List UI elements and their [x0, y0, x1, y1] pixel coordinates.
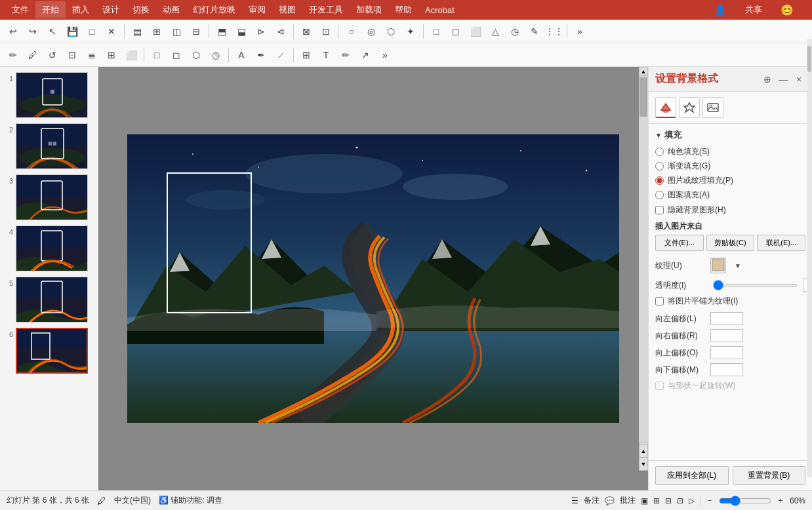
tb-btn-8[interactable]: ⊲ [272, 22, 290, 41]
tb-btn-16[interactable]: ◻ [447, 22, 465, 41]
comments-button[interactable]: 批注 [620, 495, 636, 506]
tile-option[interactable]: 将图片平铺为纹理(I) [655, 296, 805, 307]
slide-thumb-1[interactable]: 1 ▦ [4, 72, 94, 118]
tb-btn-1[interactable]: ▤ [128, 22, 146, 41]
tb-btn-11[interactable]: ○ [342, 22, 361, 41]
apply-all-button[interactable]: 应用到全部(L) [655, 466, 729, 485]
zoom-level[interactable]: 60% [790, 496, 805, 505]
rotate-with-shape-option[interactable]: 与形状一起旋转(W) [655, 380, 805, 391]
tb2-btn-16[interactable]: T [317, 46, 335, 64]
slide-thumb-3[interactable]: 3 [4, 174, 94, 220]
tile-checkbox[interactable] [655, 297, 664, 305]
tb-btn-17[interactable]: ⬜ [466, 22, 485, 41]
panel-scrollbar[interactable] [807, 39, 812, 477]
tb-btn-5[interactable]: ⬒ [213, 22, 231, 41]
texture-picker-button[interactable] [710, 258, 726, 273]
slide-image-1[interactable]: ▦ [16, 72, 88, 118]
hide-bg-checkbox[interactable] [655, 206, 664, 214]
offset-left-input[interactable]: 0% [710, 312, 743, 325]
tb2-btn-4[interactable]: ⊡ [63, 46, 81, 64]
selection-box[interactable] [167, 172, 252, 313]
solid-fill-radio[interactable] [655, 147, 664, 156]
menu-dev[interactable]: 开发工具 [302, 1, 350, 18]
panel-minimize-button[interactable]: — [777, 73, 790, 86]
offset-right-input[interactable]: 0% [710, 329, 743, 342]
panel-pin-button[interactable]: ⊕ [761, 73, 774, 86]
scroll-thumb[interactable] [639, 77, 647, 117]
offset-up-input[interactable]: 0% [710, 346, 743, 359]
slide-image-6[interactable] [16, 328, 88, 374]
tb-btn-13[interactable]: ⬡ [382, 22, 400, 41]
tb2-btn-11[interactable]: ◷ [207, 46, 225, 64]
picture-fill-radio[interactable] [655, 176, 664, 185]
menu-design[interactable]: 设计 [96, 1, 126, 18]
tb2-btn-12[interactable]: A [232, 46, 251, 64]
tb-btn-10[interactable]: ⊡ [317, 22, 335, 41]
tb2-btn-7[interactable]: ⬜ [122, 46, 140, 64]
slide-image-2[interactable]: ▦▦ [16, 123, 88, 169]
texture-dropdown-button[interactable]: ▼ [729, 256, 747, 275]
menu-review[interactable]: 审阅 [242, 1, 272, 18]
menu-addins[interactable]: 加载项 [350, 1, 388, 18]
more2-button[interactable]: » [376, 46, 394, 64]
pattern-fill-radio[interactable] [655, 191, 664, 199]
online-button[interactable]: 联机(E)... [757, 235, 805, 251]
picture-fill-option[interactable]: 图片或纹理填充(P) [655, 175, 805, 186]
image-icon-button[interactable] [702, 97, 723, 118]
accessibility-indicator[interactable]: ♿ 辅助功能: 调查 [159, 495, 222, 506]
slide-image-4[interactable] [16, 226, 88, 271]
offset-down-input[interactable]: 0% [710, 363, 743, 376]
share-button[interactable]: 共享 [739, 1, 769, 18]
slide-thumb-2[interactable]: 2 ▦▦ [4, 123, 94, 169]
pattern-fill-option[interactable]: 图案填充(A) [655, 189, 805, 201]
view-reading-button[interactable]: ⊡ [677, 496, 683, 505]
notes-button[interactable]: 备注 [584, 495, 599, 506]
tb-btn-21[interactable]: ⋮⋮ [545, 22, 563, 41]
tb2-btn-5[interactable]: ≣ [83, 46, 101, 64]
cursor-button[interactable]: ↖ [43, 22, 62, 41]
tb2-btn-8[interactable]: □ [148, 46, 166, 64]
view-slide-sorter-button[interactable]: ⊟ [665, 496, 672, 505]
tb-btn-18[interactable]: △ [486, 22, 504, 41]
menu-transition[interactable]: 切换 [126, 1, 156, 18]
tb-btn-19[interactable]: ◷ [506, 22, 524, 41]
hide-bg-option[interactable]: 隐藏背景图形(H) [655, 205, 805, 216]
tb2-btn-2[interactable]: 🖊 [24, 46, 42, 64]
menu-home[interactable]: 开始 [35, 1, 66, 18]
quicksave-button[interactable]: □ [83, 22, 101, 41]
more-button[interactable]: » [571, 22, 589, 41]
clipboard-button[interactable]: 剪贴板(C) [706, 235, 755, 251]
tb2-btn-6[interactable]: ⊞ [102, 46, 121, 64]
slide-image-3[interactable] [16, 174, 88, 220]
tb-btn-4[interactable]: ⊟ [187, 22, 205, 41]
slide-thumb-6[interactable]: 6 [4, 328, 94, 374]
solid-fill-option[interactable]: 纯色填充(S) [655, 146, 805, 157]
menu-help[interactable]: 帮助 [388, 1, 418, 18]
tb2-btn-17[interactable]: ✏ [336, 46, 355, 64]
tb2-btn-3[interactable]: ↺ [43, 46, 62, 64]
language-indicator[interactable]: 中文(中国) [114, 495, 151, 506]
gradient-fill-radio[interactable] [655, 162, 664, 170]
redo-button[interactable]: ↪ [24, 22, 42, 41]
tb2-btn-9[interactable]: ◻ [167, 46, 186, 64]
zoom-slider[interactable] [719, 496, 771, 506]
effects-icon-button[interactable] [679, 97, 700, 118]
tb-btn-15[interactable]: □ [427, 22, 445, 41]
close-button[interactable]: ✕ [102, 22, 121, 41]
next-slide-button[interactable]: ▼ [639, 458, 648, 471]
slide-image-5[interactable] [16, 277, 88, 323]
prev-slide-button[interactable]: ▲ [639, 444, 648, 458]
save-button[interactable]: 💾 [63, 22, 81, 41]
tb2-btn-1[interactable]: ✏ [4, 46, 22, 64]
file-button[interactable]: 文件(E)... [655, 235, 704, 251]
reset-background-button[interactable]: 重置背景(B) [733, 466, 806, 485]
tb-btn-20[interactable]: ✎ [525, 22, 544, 41]
menu-insert[interactable]: 插入 [66, 1, 96, 18]
tb-btn-3[interactable]: ◫ [167, 22, 186, 41]
tb2-btn-18[interactable]: ↗ [356, 46, 375, 64]
slide-thumb-4[interactable]: 4 [4, 226, 94, 271]
menu-file[interactable]: 文件 [5, 1, 35, 18]
panel-close-button[interactable]: × [792, 73, 805, 86]
zoom-out-button[interactable]: － [706, 495, 714, 506]
view-slideshow-button[interactable]: ▷ [689, 496, 695, 505]
